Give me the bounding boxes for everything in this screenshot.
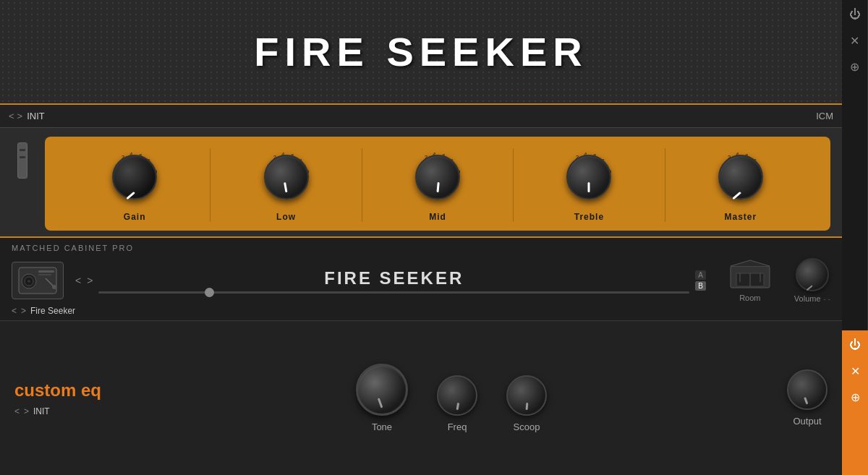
svg-rect-33 — [38, 270, 54, 273]
eq-output: Output — [787, 369, 827, 427]
volume-knob[interactable] — [796, 258, 829, 291]
cabinet-icon — [12, 262, 64, 299]
eq-left: custom eq < > INIT — [14, 380, 116, 416]
eq-tone-label: Tone — [372, 421, 392, 432]
cab-preset-name: Fire Seeker — [30, 306, 75, 316]
treble-label: Treble — [574, 212, 604, 222]
cabinet-nav-area: < > FIRE SEEKER A B — [75, 268, 706, 294]
eq-section: custom eq < > INIT Tone Freq — [0, 321, 842, 475]
cabinet-section-label: MATCHED CABINET PRO — [12, 244, 830, 252]
svg-point-32 — [27, 280, 30, 283]
cab-preset-prev[interactable]: < — [12, 306, 17, 316]
cabinet-svg — [18, 267, 57, 294]
knob-group-mid: 4 6 2 8 10 0 Mid — [362, 148, 514, 222]
knob-group-low: 4 6 2 8 10 0 Low — [210, 148, 362, 222]
eq-freq-label: Freq — [448, 421, 467, 432]
cabinet-slider-row — [98, 291, 689, 294]
cabinet-section: MATCHED CABINET PRO < > — [0, 238, 842, 321]
ab-button-a[interactable]: A — [695, 270, 706, 280]
amp-preset-nav[interactable]: < > — [9, 111, 22, 121]
eq-preset-name: INIT — [33, 406, 50, 416]
eq-knob-output[interactable] — [787, 369, 827, 410]
amp-preset-name: INIT — [27, 111, 45, 121]
eq-knob-group-scoop: Scoop — [506, 375, 547, 432]
cab-preset-next[interactable]: > — [21, 306, 26, 316]
cabinet-nav-next[interactable]: > — [87, 275, 93, 286]
cabinet-slider-thumb[interactable] — [205, 288, 214, 297]
sidebar-power-icon[interactable]: ⏻ — [846, 6, 864, 23]
eq-title: custom eq — [14, 380, 116, 401]
svg-rect-34 — [38, 274, 51, 275]
sidebar-bottom-chain-icon[interactable]: ⊕ — [846, 388, 864, 406]
eq-knob-group-freq: Freq — [437, 375, 477, 432]
volume-dashes: - - — [824, 295, 830, 303]
amp-preset-bar: < > INIT ICM — [0, 105, 842, 128]
volume-label-row: Volume - - — [794, 294, 830, 303]
mid-label: Mid — [429, 212, 446, 222]
ab-buttons: A B — [695, 270, 706, 291]
knob-group-gain: 4 6 2 8 10 0 Gain — [59, 148, 210, 222]
low-knob[interactable] — [264, 155, 309, 200]
sidebar-bottom: ⏻ ✕ ⊕ — [842, 330, 868, 475]
room-svg — [729, 259, 771, 291]
room-section: Room — [729, 259, 771, 302]
amp-icm-label: ICM — [816, 111, 833, 121]
knob-group-master: 4 6 2 8 0 Master — [665, 148, 816, 222]
eq-preset-bar: < > INIT — [14, 406, 116, 416]
room-icon — [729, 259, 771, 291]
header-section: FIRE SEEKER — [0, 0, 842, 105]
sidebar-bottom-power-icon[interactable]: ⏻ — [846, 336, 864, 354]
eq-preset-prev[interactable]: < — [14, 406, 20, 416]
knob-gain-wrapper: 4 6 2 8 10 0 — [106, 148, 163, 206]
amp-knobs-panel: 4 6 2 8 10 0 Gain — [45, 137, 830, 231]
eq-knob-tone[interactable] — [356, 364, 408, 416]
volume-label: Volume — [794, 294, 821, 303]
input-jack — [17, 142, 27, 179]
cabinet-center: FIRE SEEKER — [98, 268, 689, 294]
gain-knob[interactable] — [112, 155, 157, 200]
sidebar-bottom-close-icon[interactable]: ✕ — [846, 362, 864, 380]
knob-master-wrapper: 4 6 2 8 0 — [712, 148, 770, 206]
cabinet-slider-track[interactable] — [98, 291, 689, 294]
ab-button-b[interactable]: B — [695, 281, 706, 291]
svg-point-36 — [52, 285, 56, 289]
treble-knob[interactable] — [566, 155, 611, 200]
knob-mid-wrapper: 4 6 2 8 10 0 — [409, 148, 467, 206]
sidebar-settings-icon[interactable]: ⊕ — [846, 58, 864, 75]
master-label: Master — [724, 212, 757, 222]
knob-low-wrapper: 4 6 2 8 10 0 — [258, 148, 315, 206]
eq-knob-group-tone: Tone — [356, 364, 408, 432]
eq-knob-scoop[interactable] — [506, 375, 547, 416]
gain-label: Gain — [124, 212, 146, 222]
amp-title: FIRE SEEKER — [254, 28, 587, 75]
eq-preset-next[interactable]: > — [24, 406, 29, 416]
low-label: Low — [276, 212, 296, 222]
knob-treble-wrapper: 4 6 2 8 10 0 — [560, 148, 618, 206]
amp-section: 4 6 2 8 10 0 Gain — [0, 128, 842, 238]
right-sidebar: ⏻ ✕ ⊕ ⏻ ✕ ⊕ — [842, 0, 868, 475]
sidebar-close-icon[interactable]: ✕ — [846, 32, 864, 49]
cabinet-row: < > FIRE SEEKER A B — [12, 258, 830, 303]
amp-preset-prev[interactable]: < — [9, 111, 14, 121]
volume-section: Volume - - — [794, 258, 830, 303]
knob-group-treble: 4 6 2 8 10 0 Treble — [514, 148, 665, 222]
amp-input — [12, 137, 33, 184]
eq-output-label: Output — [793, 416, 821, 427]
cabinet-title: FIRE SEEKER — [98, 268, 689, 288]
amp-preset-next[interactable]: > — [17, 111, 23, 121]
eq-knobs: Tone Freq Scoop — [116, 364, 787, 432]
eq-knob-freq[interactable] — [437, 375, 477, 416]
sidebar-top: ⏻ ✕ ⊕ — [842, 0, 868, 330]
cabinet-preset-bar: < > Fire Seeker — [12, 306, 830, 316]
master-knob[interactable] — [718, 155, 763, 200]
cabinet-nav-prev[interactable]: < — [75, 275, 81, 286]
room-label: Room — [739, 294, 760, 302]
mid-knob[interactable] — [415, 155, 460, 200]
eq-scoop-label: Scoop — [514, 421, 540, 432]
